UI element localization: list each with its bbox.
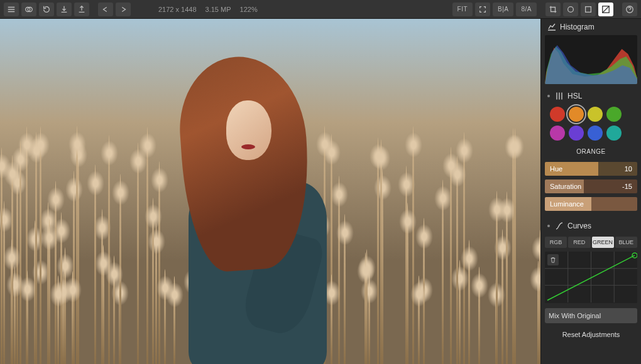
swatch-red[interactable] xyxy=(550,107,565,122)
sliders-icon xyxy=(555,92,564,100)
swatch-purple[interactable] xyxy=(569,126,584,141)
swatch-blue[interactable] xyxy=(588,126,603,141)
top-toolbar: 2172 x 1448 3.15 MP 122% FIT B|A 8/A xyxy=(0,0,641,19)
layers-button[interactable] xyxy=(21,3,36,16)
undo-button[interactable] xyxy=(98,3,113,16)
luminance-slider[interactable]: Luminance xyxy=(545,197,637,211)
histogram-icon xyxy=(547,23,556,31)
hsl-selected-color: ORANGE xyxy=(541,146,641,160)
hsl-title: HSL xyxy=(567,92,582,100)
download-button[interactable] xyxy=(57,3,72,16)
shape-tool-button[interactable] xyxy=(563,3,578,16)
curves-header[interactable]: Curves xyxy=(541,218,641,234)
ratio-button[interactable]: 8/A xyxy=(516,3,537,16)
hue-value: 10 xyxy=(625,165,632,173)
share-button[interactable] xyxy=(74,3,89,16)
menu-button[interactable] xyxy=(4,3,19,16)
fullscreen-button[interactable] xyxy=(475,3,490,16)
image-info: 2172 x 1448 3.15 MP 122% xyxy=(158,6,258,13)
bullet-icon xyxy=(547,95,550,97)
svg-rect-3 xyxy=(586,6,591,12)
swatch-yellow[interactable] xyxy=(588,107,603,122)
curves-tab-blue[interactable]: BLUE xyxy=(615,237,637,248)
reset-adjustments-button[interactable]: Reset Adjustments xyxy=(541,326,641,343)
before-after-button[interactable]: B|A xyxy=(493,3,513,16)
luminance-label: Luminance xyxy=(550,200,584,208)
swatch-orange[interactable] xyxy=(569,107,584,122)
histogram-header[interactable]: Histogram xyxy=(541,19,641,35)
svg-point-11 xyxy=(632,253,637,258)
hsl-color-swatches xyxy=(541,104,641,146)
curves-tabs: RGBREDGREENBLUE xyxy=(541,234,641,250)
adjustments-panel: Histogram HSL ORANGE Hue 10 Saturation -… xyxy=(540,19,641,364)
mix-with-original-button[interactable]: Mix With Original xyxy=(545,308,637,323)
svg-point-2 xyxy=(568,6,574,12)
curves-tab-rgb[interactable]: RGB xyxy=(545,237,567,248)
saturation-value: -15 xyxy=(622,183,632,190)
histogram-title: Histogram xyxy=(560,23,594,31)
hue-label: Hue xyxy=(550,165,562,173)
curves-tab-green[interactable]: GREEN xyxy=(592,237,614,248)
photo-placeholder: document.write(Array.from({length:90},(_… xyxy=(0,19,540,364)
hue-slider[interactable]: Hue 10 xyxy=(545,162,637,176)
frame-tool-button[interactable] xyxy=(581,3,596,16)
hsl-header[interactable]: HSL xyxy=(541,88,641,104)
adjustments-tool-button[interactable] xyxy=(598,3,613,16)
curves-tab-red[interactable]: RED xyxy=(568,237,590,248)
crop-tool-button[interactable] xyxy=(545,3,561,16)
swatch-green[interactable] xyxy=(606,107,622,122)
curves-title: Curves xyxy=(567,222,591,230)
saturation-slider[interactable]: Saturation -15 xyxy=(545,179,637,193)
saturation-label: Saturation xyxy=(550,183,581,190)
dimensions-label: 2172 x 1448 xyxy=(158,6,197,13)
help-button[interactable] xyxy=(622,3,637,16)
image-canvas[interactable]: document.write(Array.from({length:90},(_… xyxy=(0,19,540,364)
zoom-label: 122% xyxy=(240,6,258,13)
swatch-magenta[interactable] xyxy=(550,126,565,141)
fit-button[interactable]: FIT xyxy=(452,3,473,16)
histogram-chart xyxy=(545,35,637,84)
swatch-aqua[interactable] xyxy=(606,126,622,141)
megapixels-label: 3.15 MP xyxy=(205,6,231,13)
redo-button[interactable] xyxy=(116,3,131,16)
history-button[interactable] xyxy=(39,3,54,16)
curves-graph[interactable] xyxy=(545,252,637,303)
curves-icon xyxy=(555,222,564,230)
bullet-icon xyxy=(547,225,550,227)
